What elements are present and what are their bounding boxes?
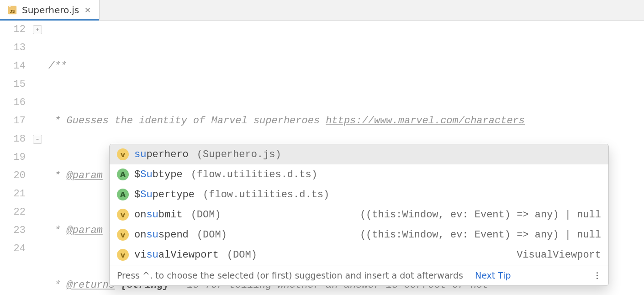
- completion-popup: v superhero (Superhero.js) A $Subtype (f…: [109, 144, 609, 286]
- completion-hint: Press ^. to choose the selected (or firs…: [117, 270, 463, 280]
- close-icon[interactable]: [84, 6, 92, 14]
- completion-tail: ((this:Window, ev: Event) => any) | null: [360, 229, 601, 241]
- variable-icon: v: [117, 229, 129, 241]
- line-number-gutter: 12 13 14 15 16 17 18 19 20 21 22 23 24: [0, 21, 32, 295]
- completion-tail: VisualViewport: [517, 249, 601, 261]
- line-number: 21: [0, 185, 26, 203]
- line-number: 18: [0, 130, 26, 148]
- variable-icon: v: [117, 209, 129, 221]
- completion-source: (Superhero.js): [197, 149, 281, 160]
- completion-source: (DOM): [191, 209, 221, 221]
- tab-superhero[interactable]: JS Superhero.js: [0, 0, 100, 20]
- variable-icon: v: [117, 148, 129, 160]
- fold-column: [32, 21, 48, 295]
- line-number: 12: [0, 21, 26, 39]
- alias-icon: A: [117, 169, 129, 180]
- completion-source: (DOM): [197, 229, 227, 241]
- line-number: 19: [0, 148, 26, 167]
- completion-item[interactable]: v visualViewport (DOM) VisualViewport: [110, 245, 608, 265]
- line-number: 20: [0, 167, 26, 185]
- completion-source: (flow.utilities.d.ts): [191, 169, 317, 180]
- alias-icon: A: [117, 189, 129, 200]
- completion-tail: ((this:Window, ev: Event) => any) | null: [360, 209, 601, 221]
- completion-item[interactable]: A $Subtype (flow.utilities.d.ts): [110, 164, 608, 184]
- completion-footer: Press ^. to choose the selected (or firs…: [110, 265, 608, 285]
- completion-item[interactable]: v onsubmit (DOM) ((this:Window, ev: Even…: [110, 205, 608, 225]
- line-number: 17: [0, 112, 26, 130]
- tab-label: Superhero.js: [22, 5, 79, 16]
- completion-item[interactable]: v superhero (Superhero.js): [110, 144, 608, 164]
- completion-source: (flow.utilities.d.ts): [203, 189, 329, 200]
- line-number: 24: [0, 240, 26, 258]
- line-number: 13: [0, 39, 26, 57]
- more-icon[interactable]: [593, 272, 601, 279]
- svg-text:JS: JS: [10, 9, 15, 14]
- fold-toggle-icon[interactable]: [33, 135, 42, 144]
- line-number: 14: [0, 57, 26, 75]
- line-number: 15: [0, 75, 26, 94]
- js-file-icon: JS: [7, 5, 17, 15]
- completion-source: (DOM): [227, 249, 257, 261]
- completion-item[interactable]: v onsuspend (DOM) ((this:Window, ev: Eve…: [110, 225, 608, 245]
- next-tip-link[interactable]: Next Tip: [475, 270, 511, 280]
- line-number: 22: [0, 203, 26, 221]
- tab-bar: JS Superhero.js: [0, 0, 644, 21]
- line-number: 16: [0, 94, 26, 112]
- completion-item[interactable]: A $Supertype (flow.utilities.d.ts): [110, 184, 608, 205]
- code-line: * Guesses the identity of Marvel superhe…: [48, 112, 644, 130]
- line-number: 23: [0, 221, 26, 240]
- code-line: /**: [48, 57, 644, 75]
- variable-icon: v: [117, 249, 129, 261]
- fold-toggle-icon[interactable]: [33, 25, 42, 34]
